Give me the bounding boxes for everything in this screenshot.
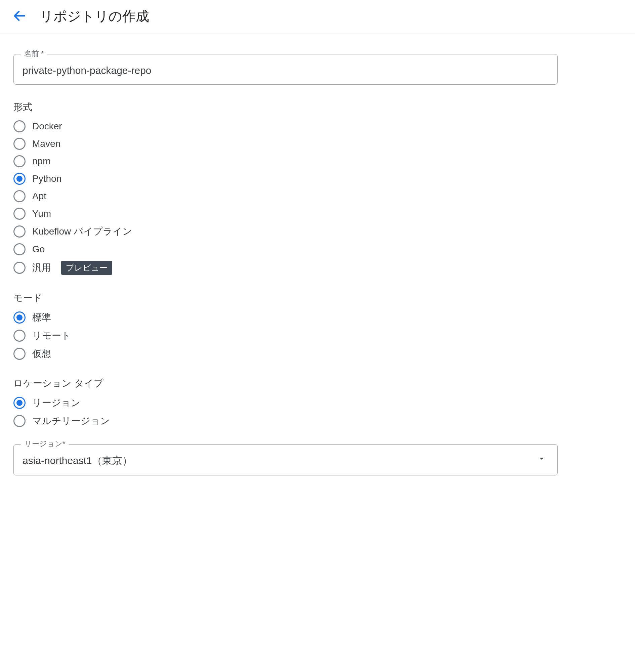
radio-icon: [14, 138, 25, 150]
radio-icon: [14, 243, 25, 255]
radio-icon: [14, 415, 25, 427]
radio-label: Apt: [32, 191, 46, 202]
format-option[interactable]: Yum: [14, 205, 621, 222]
mode-radio-group: 標準リモート仮想: [14, 309, 621, 362]
format-radio-group: DockerMavennpmPythonAptYumKubeflow パイプライ…: [14, 118, 621, 277]
mode-section-label: モード: [14, 291, 621, 304]
preview-badge: プレビュー: [61, 261, 112, 275]
radio-label: Python: [32, 173, 62, 184]
radio-icon: [14, 190, 25, 202]
form-area: 名前 * 形式 DockerMavennpmPythonAptYumKubefl…: [0, 34, 635, 489]
radio-label: Go: [32, 244, 45, 255]
radio-icon: [14, 155, 25, 167]
name-input[interactable]: [14, 54, 558, 85]
name-field-label: 名前 *: [21, 49, 47, 59]
radio-icon: [14, 397, 25, 409]
mode-option[interactable]: 標準: [14, 309, 621, 326]
page-title: リポジトリの作成: [40, 7, 149, 25]
radio-icon: [14, 208, 25, 220]
radio-label: Docker: [32, 121, 62, 132]
format-option[interactable]: Apt: [14, 188, 621, 204]
location-type-section-label: ロケーション タイプ: [14, 377, 621, 390]
radio-icon: [14, 225, 25, 238]
format-option[interactable]: Kubeflow パイプライン: [14, 223, 621, 240]
region-field: リージョン* asia-northeast1（東京）: [14, 444, 558, 475]
page-header: リポジトリの作成: [0, 0, 635, 34]
name-field: 名前 *: [14, 54, 558, 85]
radio-label: 仮想: [32, 347, 51, 360]
region-field-label: リージョン*: [21, 439, 69, 449]
format-section-label: 形式: [14, 101, 621, 113]
radio-label: 汎用: [32, 261, 51, 274]
radio-label: Maven: [32, 138, 61, 149]
format-option[interactable]: Go: [14, 241, 621, 257]
radio-label: リモート: [32, 329, 71, 342]
format-option[interactable]: Python: [14, 171, 621, 187]
location-type-option[interactable]: マルチリージョン: [14, 413, 621, 429]
radio-icon: [14, 311, 25, 324]
radio-label: npm: [32, 156, 50, 167]
location-type-option[interactable]: リージョン: [14, 394, 621, 411]
format-option[interactable]: npm: [14, 153, 621, 169]
radio-label: 標準: [32, 311, 51, 324]
back-button[interactable]: [10, 7, 29, 25]
radio-label: マルチリージョン: [32, 415, 110, 427]
mode-option[interactable]: 仮想: [14, 345, 621, 362]
radio-icon: [14, 262, 25, 274]
region-select[interactable]: asia-northeast1（東京）: [14, 444, 558, 475]
format-option[interactable]: 汎用プレビュー: [14, 259, 621, 277]
region-select-value: asia-northeast1（東京）: [23, 454, 132, 468]
format-option[interactable]: Docker: [14, 118, 621, 134]
radio-icon: [14, 330, 25, 342]
radio-icon: [14, 348, 25, 360]
radio-icon: [14, 120, 25, 132]
radio-label: Kubeflow パイプライン: [32, 225, 132, 238]
radio-label: Yum: [32, 208, 51, 219]
radio-label: リージョン: [32, 396, 81, 409]
format-option[interactable]: Maven: [14, 136, 621, 152]
arrow-left-icon: [12, 8, 27, 24]
mode-option[interactable]: リモート: [14, 327, 621, 344]
radio-icon: [14, 173, 25, 185]
location-type-radio-group: リージョンマルチリージョン: [14, 394, 621, 429]
